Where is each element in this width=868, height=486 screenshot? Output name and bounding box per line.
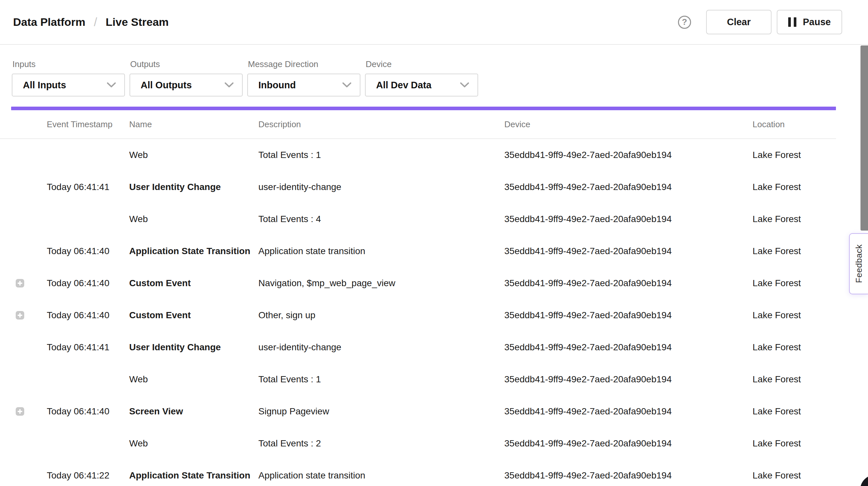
table-row[interactable]: Today 06:41:40 Custom Event Other, sign …	[0, 299, 868, 331]
cell-device: 35eddb41-9ff9-49e2-7aed-20afa90eb194	[504, 374, 752, 385]
cell-device: 35eddb41-9ff9-49e2-7aed-20afa90eb194	[504, 278, 752, 288]
cell-name: Application State Transition	[129, 246, 258, 256]
cell-device: 35eddb41-9ff9-49e2-7aed-20afa90eb194	[504, 406, 752, 417]
cell-description: user-identity-change	[258, 342, 504, 353]
cell-description: Total Events : 2	[258, 438, 504, 449]
cell-description: Total Events : 1	[258, 374, 504, 385]
cell-name: Custom Event	[129, 310, 258, 321]
table-row[interactable]: Today 06:41:41 User Identity Change user…	[0, 171, 868, 203]
cell-event-timestamp: Today 06:41:41	[47, 342, 129, 353]
chevron-down-icon	[225, 83, 234, 88]
cell-location: Lake Forest	[752, 438, 868, 449]
cell-event-timestamp: Today 06:41:40	[47, 406, 129, 417]
cell-description: Other, sign up	[258, 310, 504, 321]
cell-device: 35eddb41-9ff9-49e2-7aed-20afa90eb194	[504, 182, 752, 192]
column-header-location: Location	[752, 119, 836, 129]
pause-button-label: Pause	[803, 17, 831, 28]
message-direction-dropdown[interactable]: Inbound	[247, 73, 361, 96]
help-icon[interactable]: ?	[678, 16, 691, 29]
expand-plus-icon[interactable]	[16, 407, 24, 416]
column-header-description: Description	[258, 119, 504, 129]
filter-device: Device All Dev Data	[365, 59, 478, 96]
message-direction-dropdown-value: Inbound	[258, 80, 296, 91]
column-header-name: Name	[129, 119, 258, 129]
chevron-down-icon	[460, 83, 469, 88]
cell-device: 35eddb41-9ff9-49e2-7aed-20afa90eb194	[504, 342, 752, 353]
breadcrumb-section[interactable]: Data Platform	[13, 16, 85, 28]
inputs-dropdown-value: All Inputs	[23, 80, 66, 91]
filter-device-label: Device	[366, 59, 478, 69]
table-row[interactable]: Today 06:41:40 Screen View Signup Pagevi…	[0, 395, 868, 427]
breadcrumb-separator-icon: /	[94, 16, 97, 29]
cell-device: 35eddb41-9ff9-49e2-7aed-20afa90eb194	[504, 438, 752, 449]
inputs-dropdown[interactable]: All Inputs	[12, 73, 125, 96]
table-row[interactable]: Today 06:41:22 Application State Transit…	[0, 459, 868, 486]
chevron-down-icon	[107, 83, 116, 88]
expand-plus-icon[interactable]	[16, 279, 24, 287]
page-title: Live Stream	[106, 16, 169, 28]
cell-location: Lake Forest	[752, 214, 868, 224]
event-table: Event Timestamp Name Description Device …	[0, 110, 868, 486]
live-stream-progress-bar	[11, 107, 836, 110]
cell-location: Lake Forest	[752, 150, 868, 160]
pause-icon	[788, 17, 796, 27]
filter-inputs: Inputs All Inputs	[12, 59, 125, 96]
cell-event-timestamp: Today 06:41:40	[47, 246, 129, 256]
breadcrumb: Data Platform / Live Stream	[13, 16, 169, 29]
feedback-tab-label: Feedback	[854, 244, 864, 283]
cell-description: Application state transition	[258, 470, 504, 481]
cell-name: Web	[129, 374, 258, 385]
device-dropdown-value: All Dev Data	[376, 80, 431, 91]
cell-location: Lake Forest	[752, 310, 868, 321]
filter-outputs-label: Outputs	[130, 59, 243, 69]
cell-description: user-identity-change	[258, 182, 504, 192]
cell-event-timestamp: Today 06:41:40	[47, 278, 129, 288]
cell-event-timestamp: Today 06:41:41	[47, 182, 129, 192]
pause-button[interactable]: Pause	[777, 10, 842, 34]
outputs-dropdown[interactable]: All Outputs	[129, 73, 243, 96]
expand-plus-icon[interactable]	[16, 311, 24, 320]
cell-description: Application state transition	[258, 246, 504, 256]
table-row[interactable]: Web Total Events : 1 35eddb41-9ff9-49e2-…	[0, 363, 868, 395]
filter-bar: Inputs All Inputs Outputs All Outputs Me…	[0, 45, 868, 96]
cell-name: Web	[129, 438, 258, 449]
cell-location: Lake Forest	[752, 470, 868, 481]
cell-event-timestamp: Today 06:41:22	[47, 470, 129, 481]
cell-name: User Identity Change	[129, 182, 258, 192]
table-row[interactable]: Today 06:41:41 User Identity Change user…	[0, 331, 868, 363]
cell-device: 35eddb41-9ff9-49e2-7aed-20afa90eb194	[504, 470, 752, 481]
feedback-tab[interactable]: Feedback	[849, 233, 868, 294]
cell-description: Total Events : 1	[258, 150, 504, 160]
live-stream-page: Data Platform / Live Stream ? Clear Paus…	[0, 0, 868, 486]
chevron-down-icon	[342, 83, 351, 88]
cell-event-timestamp: Today 06:41:40	[47, 310, 129, 321]
cell-location: Lake Forest	[752, 374, 868, 385]
cell-name: User Identity Change	[129, 342, 258, 353]
table-row[interactable]: Today 06:41:40 Custom Event Navigation, …	[0, 267, 868, 299]
table-row[interactable]: Today 06:41:40 Application State Transit…	[0, 235, 868, 267]
table-row[interactable]: Web Total Events : 2 35eddb41-9ff9-49e2-…	[0, 427, 868, 459]
cell-description: Signup Pageview	[258, 406, 504, 417]
cell-name: Web	[129, 214, 258, 224]
topbar: Data Platform / Live Stream ? Clear Paus…	[0, 0, 868, 45]
cell-description: Total Events : 4	[258, 214, 504, 224]
table-row[interactable]: Web Total Events : 4 35eddb41-9ff9-49e2-…	[0, 203, 868, 235]
filter-message-direction-label: Message Direction	[248, 59, 361, 69]
cell-name: Custom Event	[129, 278, 258, 288]
column-header-event-timestamp: Event Timestamp	[47, 119, 129, 129]
cell-name: Web	[129, 150, 258, 160]
clear-button[interactable]: Clear	[706, 10, 772, 34]
cell-location: Lake Forest	[752, 342, 868, 353]
filter-inputs-label: Inputs	[12, 59, 125, 69]
device-dropdown[interactable]: All Dev Data	[365, 73, 478, 96]
cell-device: 35eddb41-9ff9-49e2-7aed-20afa90eb194	[504, 246, 752, 256]
filter-outputs: Outputs All Outputs	[129, 59, 243, 96]
cell-device: 35eddb41-9ff9-49e2-7aed-20afa90eb194	[504, 150, 752, 160]
table-row[interactable]: Web Total Events : 1 35eddb41-9ff9-49e2-…	[0, 139, 868, 171]
column-header-device: Device	[504, 119, 752, 129]
clear-button-label: Clear	[727, 17, 751, 28]
vertical-scrollbar-thumb[interactable]	[861, 45, 868, 231]
cell-description: Navigation, $mp_web_page_view	[258, 278, 504, 288]
cell-name: Application State Transition	[129, 470, 258, 481]
table-header-row: Event Timestamp Name Description Device …	[0, 110, 836, 139]
